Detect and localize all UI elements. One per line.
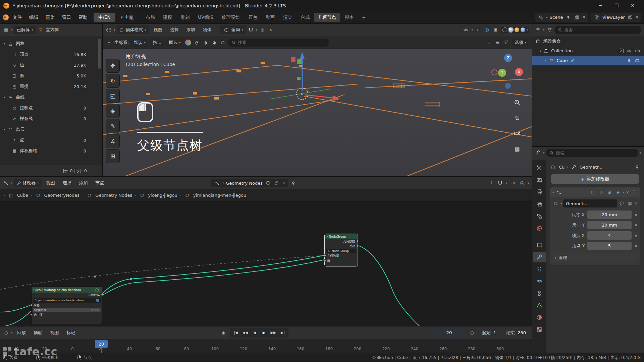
transform-tool-button[interactable]: ◈ xyxy=(106,104,120,118)
viewport-search[interactable] xyxy=(228,39,329,47)
tab-texturepaint[interactable]: 纹理喷绘 xyxy=(218,13,244,22)
tab-texture[interactable] xyxy=(533,324,546,335)
node-editor-icon[interactable] xyxy=(3,180,9,186)
collapse-icon[interactable]: ▾ xyxy=(552,191,554,194)
viewport-canvas[interactable]: ✥ ↻ ◱ ◈ ✎ ∡ ⊞ 用户透视 (20) Collection | Cub… xyxy=(103,49,532,176)
collapse-icon[interactable]: ▾ xyxy=(4,128,5,131)
proportional-edit-icon[interactable]: ◎ xyxy=(259,26,266,33)
tab-physics[interactable] xyxy=(533,276,546,286)
menu-keying[interactable]: 插帧 xyxy=(31,329,45,337)
value-socket[interactable] xyxy=(356,245,359,247)
menu-view[interactable]: 视图 xyxy=(43,179,58,187)
unlink-icon[interactable]: ✕ xyxy=(582,15,585,19)
tab-shading[interactable]: 着色 xyxy=(244,13,261,22)
snap-grid-icon[interactable]: ⊞ xyxy=(510,180,517,186)
frame-end-field[interactable]: 结束250 xyxy=(503,328,529,337)
tab-scripting[interactable]: 脚本 xyxy=(340,13,358,22)
snap-magnet-icon[interactable] xyxy=(248,26,254,33)
tab-particles[interactable] xyxy=(533,264,546,274)
tab-compositing[interactable]: 合成 xyxy=(297,13,314,22)
pin-icon[interactable] xyxy=(634,164,640,170)
menu-render[interactable]: 渲染 xyxy=(42,13,58,22)
outliner-editor-icon[interactable]: ☰ xyxy=(535,26,541,33)
mode-dropdown[interactable]: ▢物体模式▾ xyxy=(117,25,149,34)
realtime-toggle-icon[interactable]: ◉ xyxy=(606,189,613,196)
tab-rendering[interactable]: 渲染 xyxy=(279,13,296,22)
edit-mode-toggle-icon[interactable]: ▢ xyxy=(590,189,596,196)
theme-dropdown[interactable]: ▼主题 xyxy=(118,13,137,22)
animate-dot-icon[interactable]: ● xyxy=(634,213,638,216)
auto-key-icon[interactable]: ◉ xyxy=(220,329,227,336)
camera-render-icon[interactable] xyxy=(634,57,641,64)
filter-funnel-icon[interactable] xyxy=(503,39,510,46)
eye-icon[interactable] xyxy=(626,48,632,54)
unlink-icon[interactable]: ✕ xyxy=(282,181,285,185)
animate-dot-icon[interactable]: ● xyxy=(634,234,638,237)
node-jichu-suofang[interactable]: ▾jichu-suofang-neicha-danzhou⬡ 几何数据 ⬡jic… xyxy=(31,287,102,324)
breadcrumb-item[interactable]: Cube xyxy=(17,193,28,198)
nodegroup-selector[interactable]: ⬡NodeGroup xyxy=(326,249,356,253)
menu-file[interactable]: 文件 xyxy=(9,13,25,22)
size-x-field[interactable]: 20 mm xyxy=(587,210,632,219)
rotate-tool-button[interactable]: ↻ xyxy=(106,74,120,88)
axis-z-handle[interactable]: Z xyxy=(504,54,512,62)
xray-toggle-icon[interactable]: ▣ xyxy=(492,26,499,33)
geometry-socket[interactable] xyxy=(324,254,326,257)
tree-section-pointcloud[interactable]: ▾∷点云 xyxy=(4,124,102,135)
mask-icon-4[interactable]: ⬡ xyxy=(219,39,226,46)
size-y-field[interactable]: 20 mm xyxy=(587,221,632,229)
pin-icon[interactable] xyxy=(290,180,297,186)
tab-tool[interactable] xyxy=(533,163,546,173)
tool-icon[interactable]: ⌖ xyxy=(106,39,112,46)
tab-animation[interactable]: 动画 xyxy=(262,13,279,22)
mask-icon-2[interactable]: ◑ xyxy=(202,39,209,46)
geometry-socket[interactable] xyxy=(101,294,103,296)
tab-scene[interactable] xyxy=(533,211,546,221)
shading-wireframe-icon[interactable] xyxy=(502,27,507,32)
go-parent-tree-icon[interactable]: ↑ xyxy=(488,180,494,186)
gizmo-toggle-icon[interactable] xyxy=(475,26,482,33)
measure-tool-button[interactable]: ∡ xyxy=(106,134,120,148)
jump-start-button[interactable]: |◀ xyxy=(231,329,240,337)
tab-modifiers[interactable] xyxy=(533,252,546,262)
collapse-icon[interactable]: ▾ xyxy=(33,289,35,291)
language-toggle-button[interactable]: 中/EN xyxy=(94,13,115,22)
node-tree-selector[interactable]: ▾ Geometry Nodes ✕ xyxy=(211,179,288,187)
scene-selector[interactable]: ▾ Scene ✕ xyxy=(535,13,588,22)
collapse-icon[interactable]: ▾ xyxy=(4,96,5,99)
orientation-dropdown[interactable]: 全局▾ xyxy=(220,25,246,34)
chevron-icon[interactable]: › xyxy=(4,194,5,197)
unlink-icon[interactable]: ✕ xyxy=(635,201,638,206)
move-tool-button[interactable]: ✥ xyxy=(106,59,120,73)
tab-uv[interactable]: UV编辑 xyxy=(194,13,217,22)
scrollbar[interactable] xyxy=(98,39,101,69)
tree-row[interactable]: ↗样条线0 xyxy=(4,113,102,124)
drag-dropdown[interactable]: 拖... xyxy=(150,39,164,47)
menu-view[interactable]: 视图 xyxy=(151,26,165,34)
outliner-row-cube[interactable]: ▸ ▽ Cube xyxy=(532,56,644,65)
falloff-icon[interactable]: ∧ xyxy=(267,26,274,33)
next-keyframe-button[interactable]: ▶▶ xyxy=(269,329,278,337)
tab-object[interactable] xyxy=(533,240,546,250)
remove-modifier-icon[interactable]: ✕ xyxy=(626,190,629,195)
menu-edit[interactable]: 编辑 xyxy=(26,13,42,22)
menu-window[interactable]: 窗口 xyxy=(59,13,74,22)
menu-add[interactable]: 添加 xyxy=(76,179,91,187)
evaluation-state-dropdown[interactable]: 已解算▾ xyxy=(14,26,36,34)
menu-playback[interactable]: 回放 xyxy=(14,329,29,337)
fake-user-shield-icon[interactable] xyxy=(265,180,271,186)
cage-toggle-icon[interactable]: ◇ xyxy=(598,189,605,196)
properties-search[interactable] xyxy=(546,149,638,157)
modifier-panel-header[interactable]: ▾ ▢ ◇ ◉ ◈ ▾ ✕ ⠿ xyxy=(550,187,640,197)
node-tree-icon[interactable]: ⬡ xyxy=(552,200,559,207)
outliner-search[interactable] xyxy=(554,26,641,34)
tab-geometry-nodes[interactable]: 几何节点 xyxy=(314,13,340,22)
tab-material[interactable] xyxy=(533,312,546,322)
vertices-y-field[interactable]: 5 xyxy=(587,242,632,250)
collapse-icon[interactable]: ▾ xyxy=(540,49,541,53)
search-input[interactable] xyxy=(556,150,635,156)
coord-value-dropdown[interactable]: 默认▾ xyxy=(131,39,148,47)
camera-render-icon[interactable] xyxy=(634,48,641,54)
maximize-button[interactable]: ❐ xyxy=(608,0,625,11)
fake-user-shield-icon[interactable] xyxy=(619,200,625,207)
